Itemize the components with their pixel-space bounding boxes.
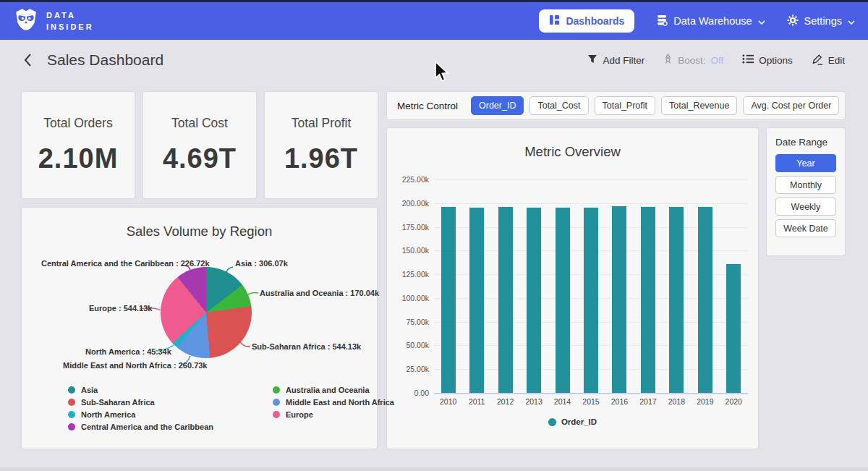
bar-2020[interactable]	[726, 264, 741, 393]
bar-2010[interactable]	[441, 207, 456, 393]
bar-2016[interactable]	[612, 206, 626, 393]
bar-2014[interactable]	[556, 208, 570, 393]
pie-legend-item-asia[interactable]: Asia	[68, 386, 213, 394]
bar-2017[interactable]	[641, 207, 655, 393]
kpi-value: 4.69T	[143, 143, 256, 174]
pie-label-europe: Europe : 544.13k	[89, 304, 152, 313]
bar-2011[interactable]	[469, 208, 484, 393]
bar-2019[interactable]	[698, 207, 712, 393]
nav-dashboards-button[interactable]: Dashboards	[539, 9, 634, 33]
pie-label-middle-east-and-north-africa: Middle East and North Africa : 260.73k	[63, 361, 207, 370]
x-axis-tick: 2019	[691, 397, 720, 406]
y-axis-tick: 150.00k	[389, 246, 429, 255]
legend-dot	[68, 423, 75, 430]
legend-label: Europe	[286, 410, 313, 419]
pie-legend-item-middle-east-and-north-africa[interactable]: Middle East and North Africa	[273, 398, 394, 407]
metric-chip-total-cost[interactable]: Total_Cost	[529, 96, 588, 115]
y-axis-tick: 225.00k	[389, 175, 429, 184]
x-axis-tick: 2014	[548, 397, 577, 406]
date-range-monthly[interactable]: Monthly	[775, 176, 836, 194]
legend-label: Asia	[81, 386, 98, 394]
sales-volume-by-region-chart: Sales Volume by Region Asia : 306.07k Au…	[22, 208, 377, 449]
date-range-week-date[interactable]: Week Date	[775, 219, 836, 237]
date-range-panel: Date Range YearMonthlyWeeklyWeek Date	[767, 128, 845, 255]
boost-toggle[interactable]: Boost: Off	[663, 54, 723, 67]
legend-label: Order_ID	[561, 417, 597, 426]
kpi-card-total-profit: Total Profit 1.96T	[265, 92, 378, 198]
nav-data-warehouse[interactable]: Data Warehouse	[656, 14, 765, 28]
pie-legend-item-central-america-and-the-caribbean[interactable]: Central America and the Caribbean	[68, 423, 213, 431]
y-axis-tick: 175.00k	[389, 223, 429, 232]
bar-2013[interactable]	[527, 208, 541, 393]
legend-dot	[68, 399, 75, 406]
pie-legend-item-australia-and-oceania[interactable]: Australia and Oceania	[273, 386, 394, 394]
metric-chips: Order_IDTotal_CostTotal_ProfitTotal_Reve…	[471, 96, 839, 115]
options-button[interactable]: Options	[742, 54, 793, 67]
metric-control-label: Metric Control	[397, 101, 458, 111]
filter-funnel-icon	[587, 54, 597, 66]
gridline	[434, 203, 748, 204]
metric-chip-order-id[interactable]: Order_ID	[471, 96, 524, 115]
gear-icon	[787, 14, 799, 28]
bar-2018[interactable]	[669, 207, 684, 393]
y-axis-tick: 125.00k	[389, 270, 429, 279]
back-button[interactable]	[23, 53, 33, 67]
bar-2012[interactable]	[498, 207, 513, 394]
footer-band	[0, 467, 868, 471]
kpi-label: Total Cost	[143, 116, 256, 131]
pie-label-asia: Asia : 306.07k	[235, 259, 288, 268]
legend-label: Central America and the Caribbean	[81, 423, 213, 431]
date-range-buttons: YearMonthlyWeeklyWeek Date	[775, 154, 836, 237]
add-filter-button[interactable]: Add Filter	[587, 54, 644, 66]
boost-status: Off	[710, 55, 723, 66]
pie-legend-item-north-america[interactable]: North America	[68, 410, 213, 419]
legend-dot	[68, 386, 75, 394]
bar-2015[interactable]	[584, 208, 598, 393]
pie-legend: AsiaSub-Saharan AfricaNorth AmericaCentr…	[68, 386, 394, 431]
pie-legend-item-europe[interactable]: Europe	[273, 410, 394, 419]
pie-label-central-america-and-the-caribbean: Central America and the Caribbean : 226.…	[41, 259, 210, 268]
kpi-label: Total Profit	[265, 116, 378, 131]
pie-chart[interactable]	[161, 267, 252, 358]
brand-logo[interactable]: DATAINSIDER	[13, 7, 94, 35]
x-axis-tick: 2016	[605, 397, 634, 406]
kpi-card-total-orders: Total Orders 2.10M	[22, 92, 135, 198]
nav-settings[interactable]: Settings	[787, 14, 855, 28]
pie-legend-item-sub-saharan-africa[interactable]: Sub-Saharan Africa	[68, 398, 213, 407]
date-range-label: Date Range	[775, 137, 836, 148]
metric-chip-total-revenue[interactable]: Total_Revenue	[661, 96, 737, 115]
legend-dot	[68, 411, 75, 418]
legend-label: Sub-Saharan Africa	[81, 398, 155, 407]
date-range-year[interactable]: Year	[775, 154, 836, 172]
dashboards-grid-icon	[549, 14, 560, 27]
kpi-value: 1.96T	[265, 143, 378, 174]
gridline	[434, 179, 748, 180]
pie-label-north-america: North America : 45.34k	[85, 347, 171, 356]
page-header: Sales Dashboard Add Filter Boost: Off	[0, 40, 868, 80]
database-icon	[656, 14, 668, 28]
pie-chart-title: Sales Volume by Region	[22, 224, 377, 239]
x-axis-tick: 2018	[662, 397, 691, 406]
edit-button[interactable]: Edit	[812, 54, 845, 67]
x-axis-tick: 2010	[434, 397, 463, 406]
kpi-card-total-cost: Total Cost 4.69T	[143, 92, 256, 198]
rocket-icon	[663, 54, 673, 67]
owl-logo-icon	[13, 7, 39, 35]
legend-dot	[273, 386, 280, 394]
metric-control-bar: Metric Control Order_IDTotal_CostTotal_P…	[387, 92, 845, 119]
legend-label: North America	[81, 410, 135, 419]
x-axis-tick: 2020	[719, 397, 748, 406]
legend-label: Middle East and North Africa	[286, 398, 394, 407]
x-axis-tick: 2011	[462, 397, 491, 406]
metric-chip-avg-cost-per-order[interactable]: Avg. Cost per Order	[743, 96, 839, 115]
brand-name: DATAINSIDER	[46, 9, 94, 33]
pie-label-australia-and-oceania: Australia and Oceania : 170.04k	[260, 289, 379, 297]
y-axis-tick: 50.00k	[389, 341, 429, 349]
kpi-value: 2.10M	[22, 143, 135, 174]
bar-chart-legend[interactable]: Order_ID	[387, 417, 758, 426]
x-axis-tick: 2015	[576, 397, 605, 406]
metric-chip-total-profit[interactable]: Total_Profit	[595, 96, 656, 115]
y-axis-tick: 25.00k	[389, 365, 429, 373]
date-range-weekly[interactable]: Weekly	[775, 198, 836, 216]
y-axis-tick: 100.00k	[389, 294, 429, 302]
